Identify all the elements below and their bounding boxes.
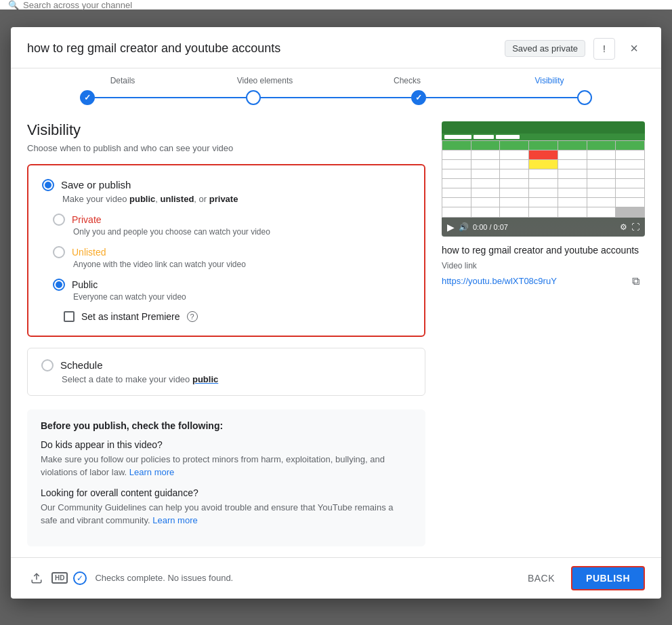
unlisted-radio-label[interactable]: Unlisted: [53, 246, 411, 258]
schedule-subtitle: Select a date to make your video public: [62, 374, 411, 384]
instant-premiere-row: Set as instant Premiere ?: [64, 311, 411, 322]
left-panel: Visibility Choose when to publish and wh…: [27, 121, 425, 557]
public-radio[interactable]: [53, 279, 65, 291]
before-publish-title: Before you publish, check the following:: [41, 420, 412, 431]
steps-container: Details Video elements Checks Visibility…: [11, 74, 661, 105]
unlisted-option: Unlisted Anyone with the video link can …: [53, 246, 411, 269]
unlisted-desc: Anyone with the video link can watch you…: [73, 260, 411, 269]
publish-button[interactable]: PUBLISH: [571, 566, 645, 590]
hd-badge: HD: [51, 572, 68, 584]
fullscreen-button[interactable]: ⛶: [631, 222, 639, 232]
public-desc: Everyone can watch your video: [73, 292, 411, 302]
copy-icon: ⧉: [632, 275, 639, 287]
schedule-subtitle-prefix: Select a date to make your video: [62, 374, 192, 384]
private-radio[interactable]: [53, 214, 65, 226]
step-label-details: Details: [51, 74, 194, 86]
thumb-menubar: [442, 134, 645, 140]
step-dot-visibility[interactable]: [577, 90, 592, 105]
volume-button[interactable]: 🔊: [459, 222, 469, 232]
close-button[interactable]: ×: [623, 38, 645, 60]
step-dot-video-elements[interactable]: [246, 90, 261, 105]
thumb-toolbar: [442, 121, 645, 134]
video-thumbnail: ▶ 🔊 0:00 / 0:07 ⚙ ⛶: [442, 121, 645, 237]
saved-badge: Saved as private: [505, 40, 585, 57]
steps-dots: ✓ ✓: [51, 90, 621, 105]
save-publish-subtitle: Make your video public, unlisted, or pri…: [62, 194, 411, 204]
copy-link-button[interactable]: ⧉: [626, 272, 645, 291]
section-title: Visibility: [27, 121, 425, 139]
upload-modal: how to reg gmail creator and youtube acc…: [11, 27, 661, 599]
back-button[interactable]: BACK: [520, 567, 563, 589]
check-desc-content: Our Community Guidelines can help you av…: [41, 501, 412, 527]
step-circle-details: ✓: [80, 90, 95, 105]
step-label-visibility: Visibility: [478, 74, 621, 86]
modal-content: Visibility Choose when to publish and wh…: [11, 105, 661, 557]
unlisted-radio[interactable]: [53, 246, 65, 258]
visibility-radio-group: Private Only you and people you choose c…: [53, 214, 411, 322]
check-desc-kids: Make sure you follow our policies to pro…: [41, 453, 412, 479]
check-item-kids: Do kids appear in this video? Make sure …: [41, 439, 412, 479]
alert-button[interactable]: !: [593, 38, 615, 60]
check-desc-content-text: Our Community Guidelines can help you av…: [41, 502, 394, 526]
background-search-bar: 🔍 Search across your channel: [0, 0, 672, 9]
schedule-box: Schedule Select a date to make your vide…: [27, 348, 425, 396]
close-icon: ×: [630, 41, 638, 56]
step-line-1: [95, 97, 246, 98]
schedule-link[interactable]: public: [192, 374, 218, 384]
check-question-content: Looking for overall content guidance?: [41, 487, 412, 498]
step-line-2: [261, 97, 412, 98]
check-item-content: Looking for overall content guidance? Ou…: [41, 487, 412, 527]
schedule-title: Schedule: [60, 359, 103, 371]
public-option: Public Everyone can watch your video: [53, 279, 411, 302]
modal-footer: HD ✓ Checks complete. No issues found. B…: [11, 557, 661, 599]
video-link[interactable]: https://youtu.be/wlXT08c9ruY: [442, 276, 622, 286]
modal-title: how to reg gmail creator and youtube acc…: [27, 41, 497, 56]
alert-icon: !: [603, 43, 606, 54]
schedule-radio[interactable]: [41, 359, 54, 371]
learn-more-kids[interactable]: Learn more: [129, 467, 174, 477]
subtitle-sep2: , or: [194, 194, 209, 204]
subtitle-public: public: [129, 194, 155, 204]
step-label-video-elements: Video elements: [194, 74, 336, 86]
save-publish-box: Save or publish Make your video public, …: [27, 164, 425, 337]
video-link-row: https://youtu.be/wlXT08c9ruY ⧉: [442, 272, 645, 291]
play-button[interactable]: ▶: [447, 222, 455, 233]
subtitle-private: private: [209, 194, 238, 204]
check-question-kids: Do kids appear in this video?: [41, 439, 412, 450]
right-panel: ▶ 🔊 0:00 / 0:07 ⚙ ⛶ how to reg gmail cre…: [442, 121, 645, 557]
check-icon-checks: ✓: [415, 93, 422, 102]
check-desc-kids-text: Make sure you follow our policies to pro…: [41, 454, 385, 478]
before-publish-section: Before you publish, check the following:…: [27, 409, 425, 546]
modal-header: how to reg gmail creator and youtube acc…: [11, 27, 661, 68]
upload-icon[interactable]: [27, 569, 46, 588]
instant-premiere-help[interactable]: ?: [187, 311, 198, 322]
private-option: Private Only you and people you choose c…: [53, 214, 411, 237]
private-desc: Only you and people you choose can watch…: [73, 227, 411, 237]
step-dot-checks[interactable]: ✓: [411, 90, 426, 105]
video-link-label: Video link: [442, 261, 645, 270]
footer-status: Checks complete. No issues found.: [95, 573, 511, 583]
subtitle-prefix: Make your video: [62, 194, 129, 204]
step-dot-details[interactable]: ✓: [80, 90, 95, 105]
check-icon-details: ✓: [84, 93, 91, 102]
video-title-right: how to reg gmail creator and youtube acc…: [442, 245, 645, 256]
unlisted-label: Unlisted: [72, 247, 106, 258]
public-radio-label[interactable]: Public: [53, 279, 411, 291]
private-radio-label[interactable]: Private: [53, 214, 411, 226]
save-publish-radio[interactable]: [42, 179, 54, 191]
settings-button[interactable]: ⚙: [620, 222, 627, 232]
modal-overlay: 🔍 Search across your channel how to reg …: [0, 0, 672, 625]
subtitle-sep1: ,: [155, 194, 160, 204]
step-circle-checks: ✓: [411, 90, 426, 105]
save-publish-title: Save or publish: [61, 179, 131, 190]
schedule-header: Schedule: [41, 359, 411, 371]
thumb-grid: [442, 140, 645, 218]
save-publish-header: Save or publish: [42, 179, 411, 191]
instant-premiere-checkbox[interactable]: [64, 311, 75, 322]
footer-icons: HD ✓: [27, 569, 87, 588]
time-display: 0:00 / 0:07: [473, 223, 616, 231]
learn-more-content[interactable]: Learn more: [152, 515, 197, 525]
private-label: Private: [72, 214, 102, 225]
step-line-3: [426, 97, 577, 98]
public-label: Public: [72, 279, 98, 290]
